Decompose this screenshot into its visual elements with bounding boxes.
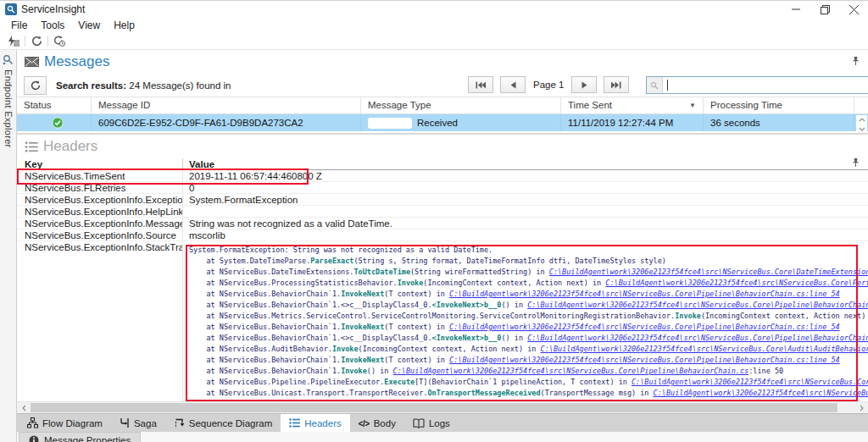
view-tab-bar: Flow DiagramSagaSequence DiagramHeaders<… xyxy=(17,413,868,432)
headers-panel-header: Headers xyxy=(17,134,868,158)
tab-headers[interactable]: Headers xyxy=(281,414,349,432)
column-header-status[interactable]: Status xyxy=(17,97,92,113)
sort-descending-icon: ▼ xyxy=(689,100,696,109)
stack-trace-text: () in xyxy=(367,367,393,375)
stack-trace-text: () in xyxy=(501,301,527,309)
menu-item-file[interactable]: File xyxy=(4,19,34,31)
stack-trace-file-link[interactable]: C:\BuildAgent\work\3206e2123f54fce4\src\… xyxy=(393,367,749,375)
header-key: NServiceBus.TimeSent xyxy=(17,170,183,181)
messages-panel-header: Messages xyxy=(17,50,868,74)
stack-trace-text: at NServiceBus.AuditBehavior. xyxy=(189,345,332,353)
tab-body[interactable]: </>Body xyxy=(350,414,404,432)
connect-endpoint-icon[interactable] xyxy=(4,34,23,49)
column-header-processing-time[interactable]: Processing Time xyxy=(704,97,854,113)
stack-trace-file-link[interactable]: C:\BuildAgent\work\3206e2123f54fce4\src\… xyxy=(449,356,840,364)
header-key: NServiceBus.ExceptionInfo.ExceptionType xyxy=(17,194,183,205)
header-row[interactable]: NServiceBus.FLRetries0 xyxy=(17,182,868,194)
stack-trace-file-link[interactable]: C:\BuildAgent\work\3206e2123f54fce4\src\… xyxy=(632,378,868,386)
message-search-box xyxy=(646,76,868,94)
stack-trace-text: (String wireFormattedString) in xyxy=(410,268,549,276)
stack-trace-text: (IncomingContext context, Action next) i… xyxy=(423,279,605,287)
logs-book-icon xyxy=(413,418,425,428)
header-row[interactable]: NServiceBus.TimeSent2019-11-11 06:57:44:… xyxy=(17,170,868,182)
stack-trace-file-link[interactable]: C:\BuildAgent\work\3206e2123f54fce4\src\… xyxy=(527,301,868,309)
stack-trace-text: at NServiceBus.DateTimeExtensions. xyxy=(189,268,353,276)
header-value: mscorlib xyxy=(183,229,868,240)
search-results-label: Search results: 24 Message(s) found in xyxy=(56,80,231,91)
search-icon[interactable] xyxy=(647,77,663,93)
header-row[interactable]: NServiceBus.ExceptionInfo.Sourcemscorlib xyxy=(17,229,868,241)
refresh-icon[interactable] xyxy=(27,34,46,49)
headers-panel-title: Headers xyxy=(43,138,97,155)
stack-trace-line: at NServiceBus.BehaviorChain`1.<>c__Disp… xyxy=(189,333,868,344)
column-header-value[interactable]: Value xyxy=(183,158,868,169)
stack-trace-line: at NServiceBus.BehaviorChain`1.Invoke() … xyxy=(189,366,868,377)
stack-trace-file-link[interactable]: C:\BuildAgent\work\3206e2123f54fce4\src\… xyxy=(549,268,868,276)
stack-trace-method: Invoke xyxy=(332,345,359,353)
column-header-key[interactable]: Key xyxy=(17,158,183,169)
next-page-button[interactable] xyxy=(571,76,597,93)
stack-trace-text: (String s, String format, DateTimeFormat… xyxy=(353,257,665,265)
scroll-right-icon[interactable] xyxy=(854,402,868,413)
scroll-left-icon[interactable] xyxy=(17,402,31,413)
message-properties-button[interactable]: Message Properties xyxy=(19,432,141,442)
stack-trace-file-link[interactable]: C:\BuildAgent\work\3206e2123f54fce4\src\… xyxy=(449,290,840,298)
minimize-button[interactable] xyxy=(782,1,810,18)
first-page-button[interactable] xyxy=(468,76,493,93)
endpoint-explorer-icon xyxy=(3,54,14,65)
close-icon[interactable] xyxy=(839,1,868,18)
stack-trace-text: at NServiceBus.BehaviorChain`1. xyxy=(189,323,341,331)
menu-item-help[interactable]: Help xyxy=(107,19,142,31)
stack-trace-line: at NServiceBus.BehaviorChain`1.InvokeNex… xyxy=(189,355,868,366)
stack-trace-text: at NServiceBus.BehaviorChain`1. xyxy=(189,290,341,298)
app-logo-icon xyxy=(5,3,17,15)
auto-refresh-icon[interactable] xyxy=(50,34,69,49)
header-key: NServiceBus.ExceptionInfo.Message xyxy=(17,218,183,229)
tab-saga[interactable]: Saga xyxy=(111,414,165,432)
stack-trace-file-link[interactable]: C:\BuildAgent\work\3206e2123f54fce4\src\… xyxy=(605,279,868,287)
stack-trace-file-link[interactable]: C:\BuildAgent\work\3206e2123f54fce4\src\… xyxy=(449,323,840,331)
stack-trace-file-link[interactable]: C:\BuildAgent\work\3206e2123f54fce4\src\… xyxy=(654,389,868,397)
window-title: ServiceInsight xyxy=(21,3,85,15)
horizontal-scrollbar[interactable] xyxy=(17,401,868,413)
previous-page-button[interactable] xyxy=(500,76,526,93)
column-header-message-id[interactable]: Message ID xyxy=(92,97,361,113)
search-results-label-bold: Search results: xyxy=(56,80,126,91)
header-value: 2019-11-11 06:57:44:460800 Z xyxy=(183,170,868,181)
last-page-button[interactable] xyxy=(604,76,629,93)
sidebar-tab-endpoint-explorer[interactable]: Endpoint Explorer xyxy=(3,69,14,148)
tab-logs[interactable]: Logs xyxy=(404,414,459,432)
header-value: System.FormatException: String was not r… xyxy=(183,241,868,401)
grid-vertical-scrollbar[interactable] xyxy=(856,115,867,134)
refresh-results-button[interactable] xyxy=(24,76,47,95)
stack-trace-file-link[interactable]: C:\BuildAgent\work\3206e2123f54fce4\src\… xyxy=(527,334,868,342)
message-row-selected[interactable]: 609C6D2E-E952-CD9F-FA61-D9B9DA273CA2 Rec… xyxy=(17,114,868,131)
tab-sequence-diagram[interactable]: Sequence Diagram xyxy=(165,414,281,432)
header-row[interactable]: NServiceBus.ExceptionInfo.MessageString … xyxy=(17,218,868,229)
tab-flow-diagram[interactable]: Flow Diagram xyxy=(19,414,111,432)
menu-item-view[interactable]: View xyxy=(71,19,107,31)
scroll-up-icon[interactable] xyxy=(856,115,867,124)
header-row[interactable]: NServiceBus.ExceptionInfo.StackTraceSyst… xyxy=(17,241,868,401)
messages-grid-header: Status Message ID Message Type Time Sent… xyxy=(17,97,868,114)
restore-button[interactable] xyxy=(810,1,839,18)
saga-icon xyxy=(120,417,130,428)
page-indicator: Page 1 xyxy=(532,80,565,90)
column-header-time-sent[interactable]: Time Sent▼ xyxy=(561,97,704,113)
column-header-message-type[interactable]: Message Type xyxy=(361,97,561,113)
stack-trace-line: at NServiceBus.BehaviorChain`1.InvokeNex… xyxy=(189,322,868,333)
header-key: NServiceBus.ExceptionInfo.HelpLink xyxy=(17,206,183,217)
header-row[interactable]: NServiceBus.ExceptionInfo.HelpLink xyxy=(17,206,868,218)
stack-trace-method: <InvokeNext>b__0 xyxy=(432,334,502,342)
stack-trace-line: at NServiceBus.Pipeline.PipelineExecutor… xyxy=(189,377,868,388)
header-row[interactable]: NServiceBus.ExceptionInfo.ExceptionTypeS… xyxy=(17,194,868,206)
scrollbar-thumb[interactable] xyxy=(31,403,837,412)
search-input[interactable] xyxy=(668,78,867,92)
scroll-down-icon[interactable] xyxy=(856,124,867,134)
kv-table-header: Key Value xyxy=(17,158,868,170)
pin-icon[interactable] xyxy=(852,56,860,66)
stack-trace-text: System.FormatException: String was not r… xyxy=(189,246,492,254)
stack-trace-file-link[interactable]: C:\BuildAgent\work\3206e2123f54fce4\src\… xyxy=(541,345,868,353)
menu-item-tools[interactable]: Tools xyxy=(34,19,71,31)
pin-icon[interactable] xyxy=(852,157,860,168)
